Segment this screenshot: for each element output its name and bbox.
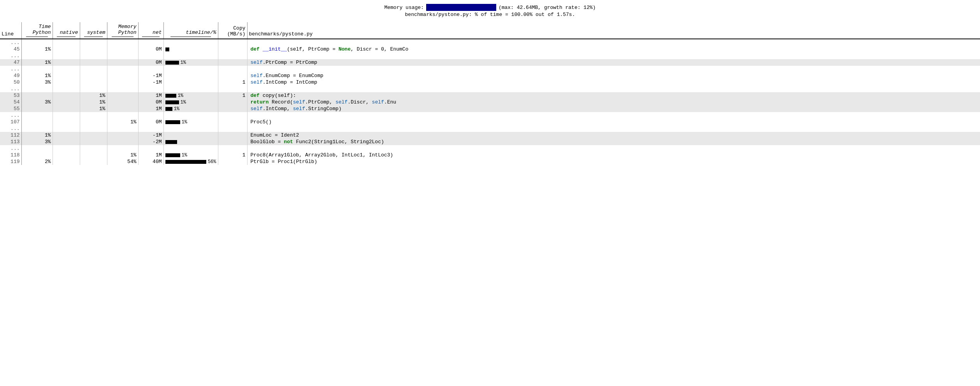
system-pct: 1% <box>80 99 107 105</box>
dots-time <box>21 86 53 92</box>
dots-tl <box>163 112 218 119</box>
table-body: ... 45 1% 0M def __init__(self, PtrComp … <box>0 39 980 165</box>
dots-line: ... <box>0 125 21 132</box>
table-header: Line Time Python native system Memory <box>0 22 980 39</box>
time-python: 3% <box>21 139 53 145</box>
col-header-time: Time Python <box>21 22 53 39</box>
system-pct <box>80 59 107 66</box>
dots-net <box>138 53 163 59</box>
dots-memory <box>107 125 138 132</box>
timeline-cell <box>163 139 218 145</box>
net-mem: 40M <box>138 158 163 165</box>
line-number: 47 <box>0 59 21 66</box>
dots-native <box>53 145 80 152</box>
col-header-memory: Memory Python <box>107 22 138 39</box>
system-pct <box>80 152 107 158</box>
native-pct <box>53 139 80 145</box>
dots-memory <box>107 66 138 72</box>
timeline-cell <box>163 72 218 79</box>
time-python <box>21 92 53 99</box>
dots-net <box>138 145 163 152</box>
table-row: 107 1% 0M 1% Proc5() <box>0 119 980 125</box>
dots-time <box>21 39 53 46</box>
dots-system <box>80 86 107 92</box>
table-row: 119 2% 54% 40M 56% PtrGlb = Proc1(PtrGlb… <box>0 158 980 165</box>
time-python: 3% <box>21 99 53 105</box>
copy-rate <box>218 72 247 79</box>
timeline-cell: 56% <box>163 158 218 165</box>
timeline-cell <box>163 46 218 53</box>
dots-memory <box>107 39 138 46</box>
dots-line: ... <box>0 39 21 46</box>
timeline-bar-container <box>165 139 216 145</box>
dots-code <box>247 145 980 152</box>
dots-net <box>138 66 163 72</box>
header-section: Memory usage: (max: 42.64MB, growth rate… <box>0 4 980 18</box>
dots-native <box>53 125 80 132</box>
copy-rate: 1 <box>218 152 247 158</box>
net-mem: 0M <box>138 46 163 53</box>
dots-line: ... <box>0 145 21 152</box>
native-pct <box>53 92 80 99</box>
net-mem: -1M <box>138 132 163 139</box>
native-pct <box>53 132 80 139</box>
time-python: 2% <box>21 158 53 165</box>
table-row: 54 3% 1% 0M 1% return Record(self.PtrCom… <box>0 99 980 105</box>
system-pct: 1% <box>80 105 107 112</box>
timeline-bar <box>165 47 169 51</box>
copy-rate: 1 <box>218 92 247 99</box>
dots-native <box>53 112 80 119</box>
dots-copy <box>218 53 247 59</box>
timeline-cell: 1% <box>163 99 218 105</box>
system-pct <box>80 139 107 145</box>
native-pct <box>53 152 80 158</box>
timeline-bar-container: 56% <box>165 159 216 165</box>
timeline-bar <box>165 153 180 157</box>
code-line: PtrGlb = Proc1(PtrGlb) <box>247 158 980 165</box>
dots-code <box>247 86 980 92</box>
dots-code <box>247 66 980 72</box>
dots-memory <box>107 86 138 92</box>
dots-system <box>80 125 107 132</box>
code-line: self.IntComp = IntComp <box>247 79 980 86</box>
dots-copy <box>218 66 247 72</box>
dots-line: ... <box>0 86 21 92</box>
dots-time <box>21 112 53 119</box>
table-row: 50 3% -1M 1 self.IntComp = IntComp <box>0 79 980 86</box>
col-header-timeline: timeline/% <box>163 22 218 39</box>
copy-rate <box>218 158 247 165</box>
line-number: 49 <box>0 72 21 79</box>
net-mem: 1M <box>138 105 163 112</box>
memory-bar <box>426 4 496 11</box>
dots-tl <box>163 145 218 152</box>
system-pct <box>80 72 107 79</box>
dots-line: ... <box>0 112 21 119</box>
dots-row: ... <box>0 66 980 72</box>
timeline-pct: 1% <box>174 106 179 112</box>
dots-memory <box>107 145 138 152</box>
net-mem: -1M <box>138 72 163 79</box>
dots-net <box>138 39 163 46</box>
net-mem: 0M <box>138 119 163 125</box>
timeline-bar-container <box>165 47 216 52</box>
line-number: 112 <box>0 132 21 139</box>
line-number: 50 <box>0 79 21 86</box>
dots-time <box>21 66 53 72</box>
line-number: 113 <box>0 139 21 145</box>
code-line: return Record(self.PtrComp, self.Discr, … <box>247 99 980 105</box>
dots-net <box>138 86 163 92</box>
dots-system <box>80 39 107 46</box>
memory-python <box>107 59 138 66</box>
native-pct <box>53 72 80 79</box>
memory-stats: (max: 42.64MB, growth rate: 12%) <box>499 5 596 11</box>
copy-rate <box>218 139 247 145</box>
line-number: 53 <box>0 92 21 99</box>
col-header-net: net <box>138 22 163 39</box>
code-line: def __init__(self, PtrComp = None, Discr… <box>247 46 980 53</box>
timeline-pct: 1% <box>182 153 187 158</box>
code-line: self.IntComp, self.StringComp) <box>247 105 980 112</box>
table-row: 113 3% -2M BoolGlob = not Func2(String1L… <box>0 139 980 145</box>
timeline-pct: 1% <box>182 119 187 125</box>
net-mem: 0M <box>138 99 163 105</box>
dots-row: ... <box>0 112 980 119</box>
